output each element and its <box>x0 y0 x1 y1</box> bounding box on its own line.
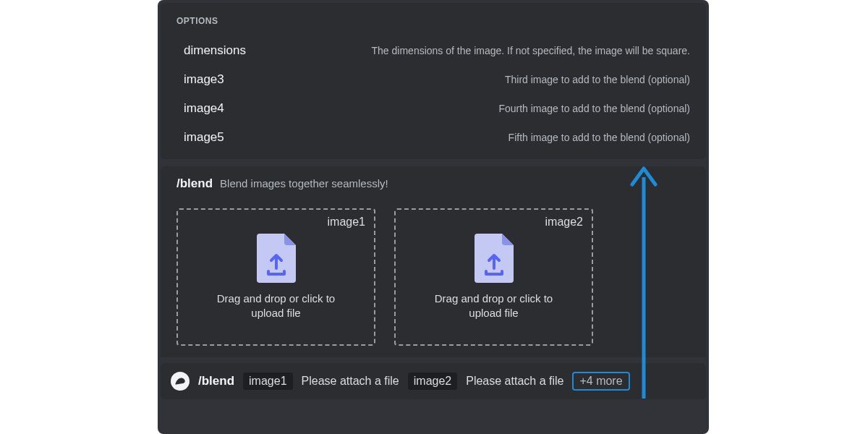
param-name: image1 <box>249 375 286 388</box>
input-command: /blend <box>198 374 234 388</box>
option-row-image5[interactable]: image5 Fifth image to add to the blend (… <box>176 123 690 152</box>
command-panel: /blend Blend images together seamlessly!… <box>161 166 706 357</box>
options-header: OPTIONS <box>176 16 690 26</box>
option-desc: The dimensions of the image. If not spec… <box>372 45 690 56</box>
option-row-dimensions[interactable]: dimensions The dimensions of the image. … <box>176 36 690 65</box>
upload-slot-image2[interactable]: image2 Drag and drop or click to upload … <box>394 208 593 346</box>
option-name: image4 <box>184 101 224 116</box>
upload-slot-image1[interactable]: image1 Drag and drop or click to upload … <box>176 208 375 346</box>
file-upload-icon <box>257 234 296 283</box>
option-row-image4[interactable]: image4 Fourth image to add to the blend … <box>176 94 690 123</box>
bot-avatar-icon <box>171 372 190 391</box>
more-options-button[interactable]: +4 more <box>572 372 629 391</box>
discord-command-ui: OPTIONS dimensions The dimensions of the… <box>158 0 709 434</box>
option-desc: Third image to add to the blend (optiona… <box>505 74 690 85</box>
command-header: /blend Blend images together seamlessly! <box>161 166 706 201</box>
option-name: image5 <box>184 130 224 145</box>
param-value: Please attach a file <box>299 373 402 390</box>
slot-label: image1 <box>328 216 365 229</box>
option-name: dimensions <box>184 43 246 58</box>
upload-hint: Drag and drop or click to upload file <box>204 292 349 321</box>
slot-label: image2 <box>545 216 583 229</box>
param-chip-image2[interactable]: image2 <box>408 373 457 390</box>
file-upload-icon <box>475 234 514 283</box>
option-desc: Fifth image to add to the blend (optiona… <box>509 132 690 143</box>
command-name: /blend <box>176 176 213 191</box>
command-input-bar[interactable]: /blend image1 Please attach a file image… <box>161 363 706 399</box>
param-name: image2 <box>414 375 451 388</box>
option-desc: Fourth image to add to the blend (option… <box>498 103 690 114</box>
command-desc: Blend images together seamlessly! <box>220 177 388 190</box>
option-row-image3[interactable]: image3 Third image to add to the blend (… <box>176 65 690 94</box>
upload-slots: image1 Drag and drop or click to upload … <box>161 201 706 357</box>
upload-hint: Drag and drop or click to upload file <box>422 292 566 321</box>
options-panel: OPTIONS dimensions The dimensions of the… <box>161 3 706 159</box>
param-chip-image1[interactable]: image1 <box>243 373 292 390</box>
param-value: Please attach a file <box>463 373 566 390</box>
option-name: image3 <box>184 72 224 87</box>
